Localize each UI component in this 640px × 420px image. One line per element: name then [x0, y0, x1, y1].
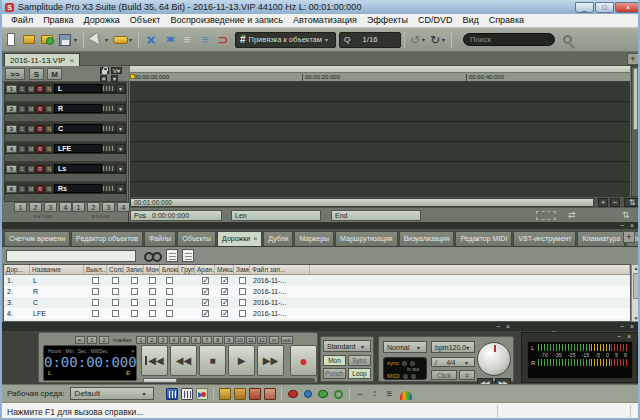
track-menu-dropdown-icon[interactable]: ▼ [116, 184, 125, 193]
track-lane[interactable] [130, 162, 630, 182]
marker-edit-icon[interactable] [264, 388, 276, 400]
vertical-scrollbar-thumb[interactable] [633, 68, 638, 130]
track-mute-button[interactable]: M [27, 85, 35, 93]
cut-icon[interactable] [143, 32, 159, 48]
title-bar[interactable]: S Samplitude Pro X3 Suite (Build 35, 64 … [2, 0, 640, 14]
punch-in-button[interactable]: in [269, 336, 279, 344]
track-lane[interactable] [130, 182, 630, 197]
solo-checkbox[interactable] [112, 277, 119, 284]
track-monitor-button[interactable]: N [45, 145, 53, 153]
track-lane[interactable] [130, 102, 630, 122]
monitor-button[interactable]: Mon [323, 355, 346, 366]
split-objects-icon[interactable] [161, 32, 177, 48]
crossfade-editor-icon[interactable] [179, 32, 195, 48]
row-track-name[interactable]: L [30, 276, 84, 286]
track-name[interactable]: LFE [54, 144, 102, 153]
table-scrollbar[interactable]: ▲ ▼ [631, 264, 640, 322]
swap-horizontal-icon[interactable]: ⇄ [568, 210, 576, 220]
docker-tab[interactable]: VST-инструмент [513, 231, 576, 246]
track-name[interactable]: R [54, 104, 102, 113]
marker-button[interactable]: 2 [147, 336, 157, 344]
column-header[interactable]: Блоки... [160, 265, 179, 274]
track-menu-dropdown-icon[interactable]: ▼ [116, 84, 125, 93]
marker-button[interactable]: 10 [235, 336, 245, 344]
loop-button[interactable]: Loop [348, 368, 371, 379]
column-header[interactable] [310, 265, 630, 274]
scrub-knob[interactable] [477, 342, 511, 376]
time-display[interactable]: ▾ Hours : Min : Sec : MilliSec 0:00:00:0… [43, 345, 137, 381]
lock-checkbox[interactable] [166, 310, 173, 317]
freeze-checkbox[interactable] [239, 288, 246, 295]
row-track-name[interactable]: R [30, 287, 84, 297]
scroll-updown-icon[interactable]: ⇅ [624, 198, 640, 207]
track-volume-slider[interactable] [103, 126, 115, 131]
track-solo-button[interactable]: S [18, 145, 26, 153]
mixer-checkbox[interactable] [221, 299, 228, 306]
track-filter-input[interactable] [6, 250, 136, 262]
project-tab-close-icon[interactable]: × [69, 56, 74, 65]
record-mode-select[interactable]: Standard▾ [323, 340, 371, 352]
column-header[interactable]: Аран... [195, 265, 215, 274]
search-box[interactable] [463, 33, 555, 46]
freeze-checkbox[interactable] [239, 277, 246, 284]
track-menu-dropdown-icon[interactable]: ▼ [116, 104, 125, 113]
track-number[interactable]: 6 [6, 185, 17, 193]
scroll-up-icon[interactable]: ▲ [632, 265, 640, 271]
import-audio-icon[interactable] [39, 32, 55, 48]
track-editor-icon[interactable] [181, 388, 193, 400]
save-project-icon[interactable] [57, 32, 73, 48]
maximize-button[interactable]: □ [595, 2, 614, 13]
punch-out-button[interactable]: out [281, 336, 293, 344]
visualization-icon[interactable] [400, 391, 412, 400]
column-header[interactable]: Название [30, 265, 84, 274]
zoom-vertical-icon[interactable] [370, 388, 382, 400]
docker-add-tab-button[interactable]: + [623, 231, 635, 243]
grid-icon[interactable]: # [100, 75, 107, 82]
project-tab[interactable]: 2016-11-13.VIP × [4, 53, 80, 66]
docker-tab[interactable]: Редактор объектов [71, 231, 143, 246]
track-volume-slider[interactable] [103, 86, 115, 91]
play-mode-select[interactable]: Normal▾ [383, 341, 427, 353]
table-scrollbar-thumb[interactable] [633, 273, 639, 299]
track-volume-slider[interactable] [103, 106, 115, 111]
solo-checkbox[interactable] [112, 299, 119, 306]
menu-item[interactable]: Правка [38, 14, 78, 27]
sync-button[interactable]: Sync [348, 355, 371, 366]
track-record-button[interactable]: R [36, 125, 44, 133]
print-list-icon[interactable] [182, 249, 194, 262]
solo-all-button[interactable]: S [29, 68, 44, 80]
fast-forward-button[interactable]: ▶▶ [257, 345, 284, 376]
collapse-all-button[interactable]: >> [5, 68, 25, 80]
track-number[interactable]: 3 [6, 125, 17, 133]
mono-checkbox[interactable] [149, 310, 156, 317]
redo-icon[interactable]: ↻ [430, 33, 440, 47]
time-signature-select[interactable]: / 4/4▾ [431, 357, 475, 367]
mute-checkbox[interactable] [92, 310, 99, 317]
play-button[interactable]: ▶ [228, 345, 255, 376]
table-row[interactable]: 2. R 2016-11-... [4, 286, 630, 297]
docker-tab[interactable]: Дорожки [217, 231, 262, 246]
magnet-icon[interactable] [215, 32, 231, 48]
search-input[interactable] [470, 35, 548, 44]
setup-button[interactable]: 4 [59, 202, 72, 212]
menu-item[interactable]: Воспроизведение и запись [165, 14, 288, 27]
zoom-button[interactable]: 2 [87, 202, 100, 212]
marker-range-icon[interactable] [219, 388, 231, 400]
meter-window-controls[interactable]: − × [617, 333, 633, 340]
mono-checkbox[interactable] [149, 277, 156, 284]
track-record-button[interactable]: R [36, 85, 44, 93]
marker-button[interactable]: 3 [158, 336, 168, 344]
lock-icon[interactable] [100, 67, 109, 74]
docker-tab[interactable]: Редактор MIDI [455, 231, 512, 246]
docker-tab[interactable]: Файлы [144, 231, 176, 246]
track-number[interactable]: 4 [6, 145, 17, 153]
track-record-button[interactable]: R [36, 165, 44, 173]
track-lane[interactable] [130, 122, 630, 142]
snap-to-objects-button[interactable]: # Привязка к объектам ▾ [235, 32, 336, 48]
menu-item[interactable]: Эффекты [362, 14, 413, 27]
track-solo-button[interactable]: S [18, 185, 26, 193]
rewind-button[interactable]: ◀◀ [170, 345, 197, 376]
punch-button[interactable]: Punch [323, 368, 346, 379]
vertical-scrollbar[interactable] [631, 66, 640, 197]
time-format-dropdown-icon[interactable]: ▾ [131, 348, 134, 354]
